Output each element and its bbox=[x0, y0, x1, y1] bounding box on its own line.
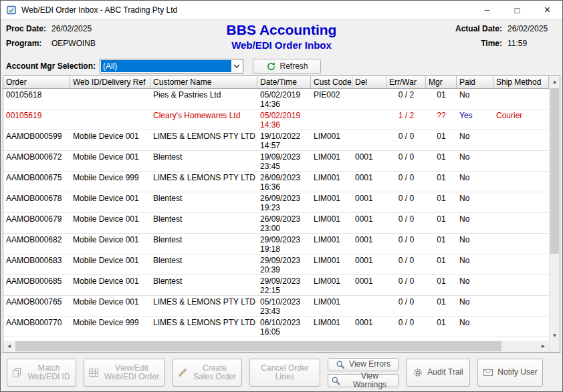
table-row[interactable]: AAMOB000679 Mobile Device 001 Blentest 2… bbox=[3, 213, 549, 234]
cell-del: 0001 bbox=[352, 192, 386, 212]
table-header-row: Order Web ID/Delivery Ref Customer Name … bbox=[3, 76, 549, 89]
gear-icon bbox=[413, 367, 423, 378]
cell-mgr: 01 bbox=[426, 192, 457, 212]
cell-del: 0001 bbox=[352, 317, 386, 337]
notify-user-button[interactable]: Notify User bbox=[477, 359, 543, 387]
maximize-button[interactable] bbox=[502, 1, 532, 19]
cell-web-id: Mobile Device 999 bbox=[70, 172, 150, 192]
cell-date-time: 26/09/202323:00 bbox=[257, 213, 311, 233]
chevron-down-icon[interactable] bbox=[231, 60, 242, 72]
table-row[interactable]: AAMOB000765 Mobile Device 001 LIMES & LE… bbox=[3, 296, 549, 317]
cell-mgr: 01 bbox=[426, 296, 457, 316]
column-header-customer-name[interactable]: Customer Name bbox=[150, 76, 257, 88]
button-label: Audit Trail bbox=[427, 368, 463, 377]
app-window: Web/EDI Order Inbox - ABC Trading Pty Lt… bbox=[0, 0, 563, 392]
column-header-del[interactable]: Del bbox=[352, 76, 386, 88]
table-row[interactable]: 00105619 Cleary's Homewares Ltd 05/02/20… bbox=[3, 110, 549, 130]
close-button[interactable] bbox=[532, 1, 562, 19]
cell-paid: No bbox=[457, 275, 493, 295]
view-warnings-button[interactable]: View Warnings bbox=[328, 374, 399, 387]
cell-mgr: 01 bbox=[426, 130, 457, 150]
scroll-down-button[interactable] bbox=[550, 330, 560, 341]
table-row[interactable]: AAMOB000770 Mobile Device 999 LIMES & LE… bbox=[3, 317, 549, 337]
minimize-button[interactable] bbox=[472, 1, 502, 19]
column-header-date-time[interactable]: Date/Time bbox=[257, 76, 311, 88]
cell-order: AAMOB000683 bbox=[3, 254, 70, 274]
cell-ship-method bbox=[493, 234, 549, 254]
table-row[interactable]: AAMOB000672 Mobile Device 001 Blentest 1… bbox=[3, 151, 549, 172]
cell-date-time: 05/10/202323:43 bbox=[257, 296, 311, 316]
column-header-mgr[interactable]: Mgr bbox=[426, 76, 457, 88]
filter-row: Account Mgr Selection: (All) Refresh bbox=[1, 57, 562, 75]
time-label: Time: bbox=[455, 39, 502, 48]
scroll-right-button[interactable] bbox=[538, 341, 549, 352]
horizontal-scrollbar-thumb[interactable] bbox=[15, 341, 501, 351]
cell-date-time: 29/09/202322:15 bbox=[257, 275, 311, 295]
view-edit-webedi-order-button[interactable]: View/Edit Web/EDI Order bbox=[84, 359, 165, 387]
vertical-scrollbar-thumb[interactable] bbox=[550, 88, 559, 254]
column-header-cust-code[interactable]: Cust Code bbox=[311, 76, 352, 88]
column-header-err-war[interactable]: Err/War bbox=[386, 76, 426, 88]
vertical-scroll-track[interactable] bbox=[550, 87, 560, 330]
cell-customer-name: Cleary's Homewares Ltd bbox=[150, 110, 257, 130]
window-title: Web/EDI Order Inbox - ABC Trading Pty Lt… bbox=[21, 5, 177, 15]
cell-paid: No bbox=[457, 317, 493, 337]
refresh-button[interactable]: Refresh bbox=[253, 59, 321, 74]
cell-web-id: Mobile Device 001 bbox=[70, 151, 150, 171]
table-row[interactable]: 00105618 Pies & Pastries Ltd 05/02/20191… bbox=[3, 89, 549, 110]
scrollbar-corner bbox=[550, 341, 560, 352]
cell-date-time: 19/10/202214:57 bbox=[257, 130, 311, 150]
vertical-scrollbar[interactable] bbox=[550, 76, 560, 341]
column-header-order[interactable]: Order bbox=[3, 76, 70, 88]
button-label: Match Web/EDI ID bbox=[26, 364, 72, 381]
cell-date-time: 26/09/202319:23 bbox=[257, 192, 311, 212]
cell-del bbox=[352, 89, 386, 109]
audit-trail-button[interactable]: Audit Trail bbox=[406, 359, 470, 387]
cell-customer-name: LIMES & LEMONS PTY LTD bbox=[150, 317, 257, 337]
cell-err-war: 0 / 0 bbox=[386, 317, 426, 337]
cell-order: AAMOB000599 bbox=[3, 130, 70, 150]
column-header-web-id[interactable]: Web ID/Delivery Ref bbox=[70, 76, 150, 88]
cell-cust-code bbox=[311, 110, 352, 130]
scroll-up-button[interactable] bbox=[550, 76, 560, 87]
cell-err-war: 0 / 0 bbox=[386, 172, 426, 192]
cell-err-war: 0 / 0 bbox=[386, 130, 426, 150]
table-row[interactable]: AAMOB000682 Mobile Device 001 Blentest 2… bbox=[3, 234, 549, 254]
cell-date-time: 29/09/202319:18 bbox=[257, 234, 311, 254]
page-header: Proc Date: 26/02/2025 Program: OEPWOINB … bbox=[1, 19, 562, 57]
pencil-icon bbox=[177, 367, 188, 378]
cell-err-war: 0 / 0 bbox=[386, 151, 426, 171]
horizontal-scrollbar[interactable] bbox=[3, 341, 549, 352]
view-errors-button[interactable]: View Errors bbox=[328, 358, 399, 371]
button-label: Create Sales Order bbox=[192, 364, 237, 381]
cancel-order-lines-button[interactable]: Cancel Order Lines bbox=[249, 359, 320, 387]
cell-err-war: 1 / 2 bbox=[386, 110, 426, 130]
column-header-ship-method[interactable]: Ship Method bbox=[493, 76, 549, 88]
cell-mgr: 01 bbox=[426, 254, 457, 274]
cell-web-id: Mobile Device 001 bbox=[70, 254, 150, 274]
create-sales-order-button[interactable]: Create Sales Order bbox=[173, 359, 242, 387]
cell-date-time: 26/09/202316:36 bbox=[257, 172, 311, 192]
cell-web-id: Mobile Device 001 bbox=[70, 130, 150, 150]
cell-paid: No bbox=[457, 89, 493, 109]
cell-cust-code: LIM001 bbox=[311, 234, 352, 254]
match-webedi-id-button[interactable]: Match Web/EDI ID bbox=[7, 359, 76, 387]
refresh-label: Refresh bbox=[280, 61, 308, 71]
horizontal-scroll-track[interactable] bbox=[15, 341, 538, 352]
scroll-left-button[interactable] bbox=[3, 341, 15, 352]
column-header-paid[interactable]: Paid bbox=[457, 76, 493, 88]
cell-del: 0001 bbox=[352, 275, 386, 295]
cell-ship-method bbox=[493, 172, 549, 192]
table-row[interactable]: AAMOB000683 Mobile Device 001 Blentest 2… bbox=[3, 254, 549, 275]
cell-ship-method bbox=[493, 275, 549, 295]
cell-paid: No bbox=[457, 172, 493, 192]
cell-err-war: 0 / 0 bbox=[386, 234, 426, 254]
table-row[interactable]: AAMOB000599 Mobile Device 001 LIMES & LE… bbox=[3, 130, 549, 151]
combo-selected-value: (All) bbox=[101, 60, 231, 72]
account-mgr-select[interactable]: (All) bbox=[100, 59, 243, 73]
cell-customer-name: Blentest bbox=[150, 275, 257, 295]
table-row[interactable]: AAMOB000678 Mobile Device 001 Blentest 2… bbox=[3, 192, 549, 213]
table-row[interactable]: AAMOB000675 Mobile Device 999 LIMES & LE… bbox=[3, 172, 549, 192]
cell-order: AAMOB000672 bbox=[3, 151, 70, 171]
table-row[interactable]: AAMOB000685 Mobile Device 001 Blentest 2… bbox=[3, 275, 549, 296]
